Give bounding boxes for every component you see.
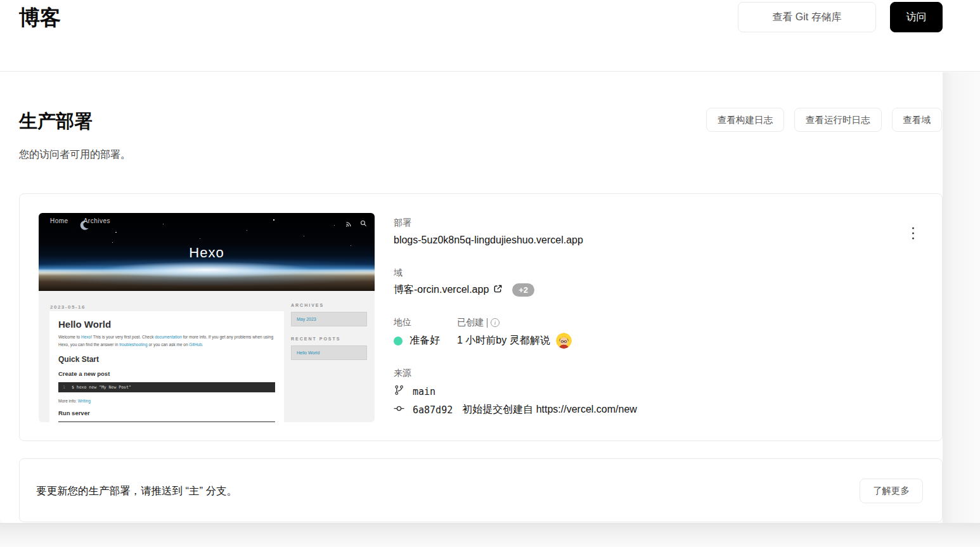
deployment-card: Home Archives Hexo 2023-05-16 bbox=[19, 193, 943, 441]
preview-site-title: Hexo bbox=[39, 245, 375, 261]
status-ready-dot bbox=[394, 337, 403, 345]
preview-link-github: GitHub bbox=[189, 342, 202, 347]
preview-archives-heading: ARCHIVES bbox=[291, 303, 367, 307]
status-value: 准备好 bbox=[409, 334, 440, 347]
avatar bbox=[556, 333, 572, 349]
created-value-row: 1 小时前by 灵都解说 bbox=[457, 333, 572, 349]
deployment-label: 部署 bbox=[394, 217, 411, 229]
view-runtime-logs-button[interactable]: 查看运行时日志 bbox=[794, 108, 882, 132]
bottom-gutter bbox=[0, 523, 980, 547]
preview-code-block-2: 1$ hexo server bbox=[58, 422, 275, 422]
moon-icon bbox=[78, 219, 89, 233]
branch-name: main bbox=[413, 386, 435, 397]
learn-more-button[interactable]: 了解更多 bbox=[860, 479, 923, 503]
preview-link-troubleshooting: troubleshooting bbox=[119, 342, 147, 347]
page-title: 博客 bbox=[19, 4, 61, 32]
preview-post-intro: Welcome to Hexo! This is your very first… bbox=[58, 333, 275, 349]
preview-banner-image: Home Archives Hexo bbox=[39, 213, 375, 291]
status-row: 准备好 bbox=[394, 334, 440, 347]
search-icon bbox=[360, 218, 367, 229]
preview-recent-post-link: Hello World bbox=[297, 351, 319, 355]
domain-label: 域 bbox=[394, 267, 403, 279]
info-icon[interactable]: i bbox=[491, 318, 500, 327]
preview-link-documentation: documentation bbox=[155, 335, 182, 339]
created-label: 已创建 bbox=[457, 317, 484, 328]
preview-link-hexo: Hexo bbox=[81, 335, 91, 339]
preview-banner-icons bbox=[345, 218, 367, 229]
visit-button[interactable]: 访问 bbox=[890, 2, 943, 32]
commit-message: 初始提交创建自 https://vercel.com/new bbox=[462, 403, 637, 416]
rss-icon bbox=[345, 218, 352, 229]
preview-nav-home: Home bbox=[50, 217, 68, 224]
preview-recent-post-widget: Hello World bbox=[291, 345, 367, 360]
project-header: 博客 查看 Git 存储库 访问 bbox=[0, 0, 980, 72]
preview-post-date: 2023-05-16 bbox=[50, 304, 86, 310]
kebab-menu-icon[interactable] bbox=[905, 224, 920, 242]
preview-archives-widget: May 2023 bbox=[291, 312, 367, 326]
preview-sidebar: ARCHIVES May 2023 RECENT POSTS Hello Wor… bbox=[291, 303, 367, 370]
preview-body: 2023-05-16 Hello World Welcome to Hexo! … bbox=[39, 291, 375, 422]
domain-link[interactable]: 博客-orcin.vercel.app bbox=[394, 283, 503, 297]
vercel-project-page: 博客 查看 Git 存储库 访问 生产部署 您的访问者可用的部署。 查看构建日志… bbox=[0, 0, 980, 547]
preview-archives-link: May 2023 bbox=[297, 317, 316, 321]
update-hint-text: 要更新您的生产部署，请推送到 “主” 分支。 bbox=[36, 484, 237, 498]
branch-row: main bbox=[394, 385, 435, 398]
section-title: 生产部署 bbox=[19, 109, 93, 134]
preview-run-server-heading: Run server bbox=[58, 409, 275, 416]
section-subtitle: 您的访问者可用的部署。 bbox=[19, 148, 131, 162]
external-link-icon bbox=[493, 284, 503, 296]
commit-row: 6a87d92 初始提交创建自 https://vercel.com/new bbox=[394, 403, 637, 416]
preview-link-writing: Writing bbox=[78, 399, 91, 403]
commit-sha: 6a87d92 bbox=[413, 404, 453, 416]
preview-more-info: More info: Writing bbox=[58, 399, 275, 403]
source-label: 来源 bbox=[394, 368, 411, 379]
view-build-logs-button[interactable]: 查看构建日志 bbox=[706, 108, 784, 132]
update-hint-card: 要更新您的生产部署，请推送到 “主” 分支。 了解更多 bbox=[19, 458, 943, 522]
preview-quick-start-heading: Quick Start bbox=[58, 355, 275, 364]
section-actions: 查看构建日志 查看运行时日志 查看域 bbox=[706, 108, 942, 132]
preview-code-block-1: 1$ hexo new "My New Post" bbox=[58, 382, 275, 392]
domain-row: 博客-orcin.vercel.app +2 bbox=[394, 283, 534, 297]
view-domains-button[interactable]: 查看域 bbox=[892, 108, 943, 132]
preview-post-card: Hello World Welcome to Hexo! This is you… bbox=[49, 311, 284, 422]
created-value: 1 小时前by 灵都解说 bbox=[457, 334, 550, 347]
status-label: 地位 bbox=[394, 317, 411, 328]
preview-create-post-heading: Create a new post bbox=[58, 370, 275, 377]
preview-recent-posts-heading: RECENT POSTS bbox=[291, 337, 367, 341]
preview-post-title: Hello World bbox=[58, 319, 275, 330]
deployment-url: blogs-5uz0k8n5q-lingdujieshuo.vercel.app bbox=[394, 235, 583, 246]
text-cursor bbox=[487, 318, 487, 328]
right-gutter bbox=[943, 72, 980, 523]
created-label-row: 已创建 i bbox=[457, 317, 500, 328]
more-domains-badge[interactable]: +2 bbox=[512, 283, 534, 297]
view-git-repo-button[interactable]: 查看 Git 存储库 bbox=[738, 2, 876, 32]
deployment-preview-thumbnail[interactable]: Home Archives Hexo 2023-05-16 bbox=[39, 213, 375, 422]
git-branch-icon bbox=[394, 385, 404, 398]
git-commit-icon bbox=[394, 403, 404, 416]
